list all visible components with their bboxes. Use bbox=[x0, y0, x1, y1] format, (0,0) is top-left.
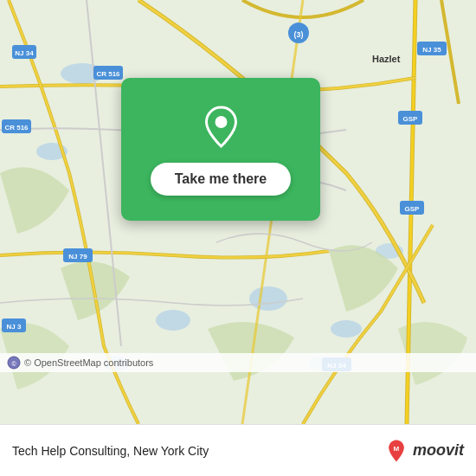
svg-text:NJ 79: NJ 79 bbox=[68, 253, 87, 261]
footer-bar: Tech Help Consulting, New York City M mo… bbox=[0, 424, 476, 476]
svg-text:CR 516: CR 516 bbox=[4, 124, 29, 132]
attribution-bar: © © OpenStreetMap contributors bbox=[0, 353, 476, 372]
svg-text:NJ 34: NJ 34 bbox=[15, 49, 34, 57]
footer-title: Tech Help Consulting, New York City bbox=[12, 444, 209, 458]
svg-text:NJ 35: NJ 35 bbox=[422, 46, 441, 54]
location-pin-icon bbox=[197, 103, 245, 151]
attribution-text: © OpenStreetMap contributors bbox=[24, 357, 153, 368]
svg-point-5 bbox=[331, 320, 362, 338]
svg-point-4 bbox=[249, 286, 287, 311]
svg-point-30 bbox=[215, 116, 227, 128]
svg-text:Hazlet: Hazlet bbox=[372, 54, 401, 64]
svg-text:©: © bbox=[11, 361, 16, 367]
action-card: Take me there bbox=[121, 78, 320, 221]
svg-text:NJ 3: NJ 3 bbox=[7, 323, 22, 331]
svg-text:GSP: GSP bbox=[403, 115, 419, 123]
svg-point-3 bbox=[156, 310, 190, 331]
svg-text:M: M bbox=[394, 445, 400, 453]
map-container: NJ 34 CR 516 CR 516 (3) NJ 35 GSP GSP NJ… bbox=[0, 0, 476, 424]
moovit-text: moovit bbox=[413, 441, 464, 460]
moovit-pin-icon: M bbox=[384, 439, 408, 463]
svg-text:(3): (3) bbox=[294, 30, 304, 39]
svg-text:GSP: GSP bbox=[405, 205, 421, 213]
osm-logo: © bbox=[7, 356, 21, 370]
svg-text:CR 516: CR 516 bbox=[96, 70, 120, 78]
moovit-logo: M moovit bbox=[384, 439, 464, 463]
take-me-there-button[interactable]: Take me there bbox=[151, 163, 291, 196]
